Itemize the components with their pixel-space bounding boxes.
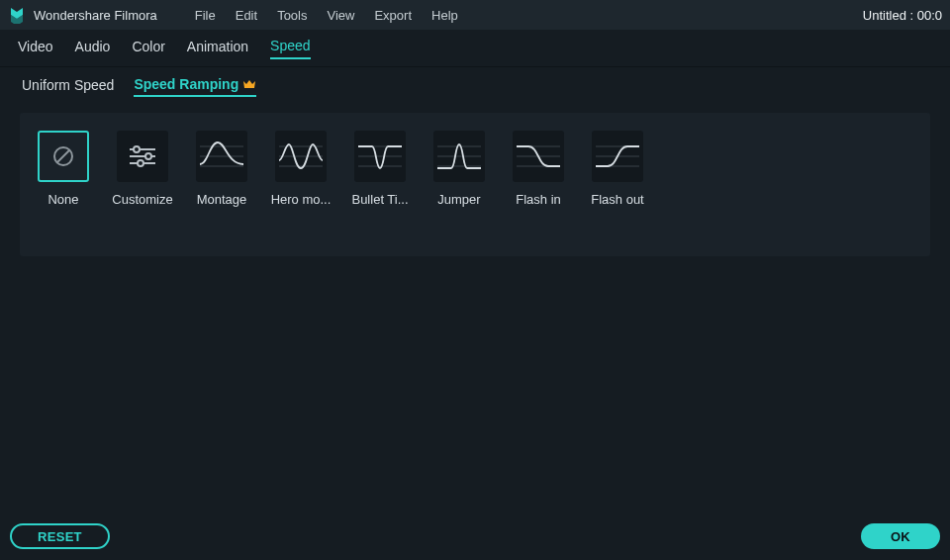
preset-label: Hero mo...	[271, 192, 332, 207]
menu-tools[interactable]: Tools	[267, 8, 317, 23]
preset-jumper[interactable]: Jumper	[431, 131, 487, 207]
menu-export[interactable]: Export	[364, 8, 422, 23]
subtab-uniform-speed[interactable]: Uniform Speed	[22, 74, 114, 96]
menu-edit[interactable]: Edit	[226, 8, 267, 23]
preset-bullet-time[interactable]: Bullet Ti...	[352, 131, 408, 207]
menu-file[interactable]: File	[185, 8, 226, 23]
bottombar: RESET OK	[0, 513, 950, 560]
subtab-label: Speed Ramping	[134, 76, 238, 92]
preset-label: Flash in	[516, 192, 561, 207]
preset-label: Montage	[197, 192, 247, 207]
preset-label: Bullet Ti...	[351, 192, 408, 207]
hero-curve-icon	[275, 131, 327, 182]
menubar: Wondershare Filmora File Edit Tools View…	[0, 0, 950, 30]
preset-flash-in[interactable]: Flash in	[511, 131, 566, 207]
menu-help[interactable]: Help	[422, 8, 468, 23]
tab-video[interactable]: Video	[18, 39, 53, 58]
subtab-speed-ramping[interactable]: Speed Ramping	[134, 73, 256, 97]
subtab-label: Uniform Speed	[22, 77, 114, 93]
svg-line-1	[57, 150, 69, 162]
flashin-curve-icon	[513, 131, 564, 182]
subtab-row: Uniform Speed Speed Ramping	[0, 67, 950, 103]
tab-color[interactable]: Color	[132, 39, 164, 58]
preset-hero-moment[interactable]: Hero mo...	[273, 131, 329, 207]
svg-point-7	[138, 160, 143, 166]
app-logo-icon	[8, 6, 26, 24]
montage-curve-icon	[196, 131, 247, 182]
none-icon	[38, 131, 89, 182]
tab-speed[interactable]: Speed	[270, 38, 310, 59]
ok-button[interactable]: OK	[861, 523, 940, 549]
preset-row: None Customize Montage	[36, 131, 914, 207]
preset-label: Flash out	[591, 192, 643, 207]
preset-none[interactable]: None	[36, 131, 91, 207]
bullet-curve-icon	[354, 131, 406, 182]
document-title: Untitled : 00:0	[863, 8, 942, 23]
sliders-icon	[117, 131, 168, 182]
svg-point-5	[145, 153, 151, 159]
preset-panel: None Customize Montage	[20, 113, 930, 256]
preset-label: None	[48, 192, 78, 207]
svg-point-3	[134, 146, 140, 152]
tabbar: Video Audio Color Animation Speed	[0, 30, 950, 67]
flashout-curve-icon	[592, 131, 643, 182]
preset-flash-out[interactable]: Flash out	[590, 131, 645, 207]
tab-animation[interactable]: Animation	[187, 39, 248, 58]
tab-audio[interactable]: Audio	[75, 39, 111, 58]
menu-view[interactable]: View	[317, 8, 364, 23]
reset-button[interactable]: RESET	[10, 523, 110, 549]
app-title: Wondershare Filmora	[34, 8, 157, 23]
preset-montage[interactable]: Montage	[194, 131, 249, 207]
preset-customize[interactable]: Customize	[115, 131, 170, 207]
premium-crown-icon	[242, 78, 256, 90]
preset-label: Customize	[112, 192, 172, 207]
preset-label: Jumper	[437, 192, 480, 207]
jumper-curve-icon	[433, 131, 485, 182]
